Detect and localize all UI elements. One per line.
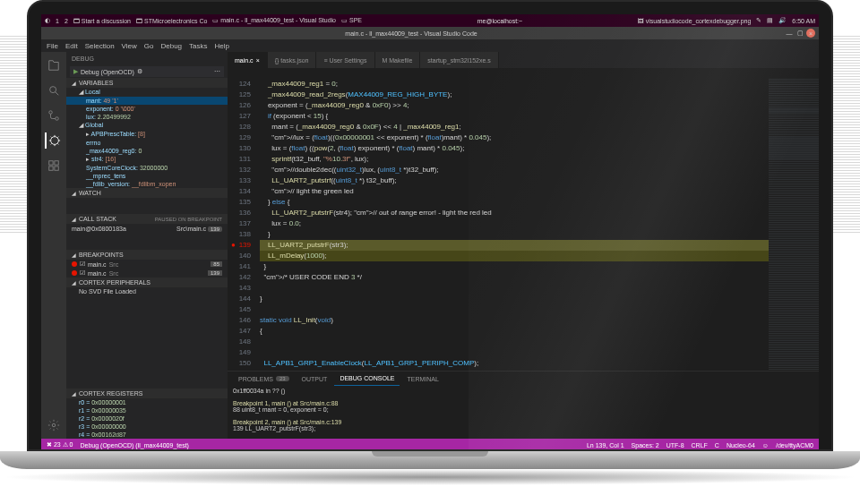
search-icon[interactable]	[46, 82, 62, 98]
var-row[interactable]: __mprec_tens	[66, 172, 228, 180]
browser-tab[interactable]: 🗖 Start a discussion	[73, 18, 131, 24]
menu-bar: FileEditSelectionViewGoDebugTasksHelp	[41, 39, 819, 52]
panel-tab-problems[interactable]: PROBLEMS23	[233, 372, 295, 386]
spe-app[interactable]: ▭ SPE	[341, 17, 362, 24]
breakpoint-row[interactable]: ☑ main.c Src85	[66, 260, 228, 269]
svg-point-3	[51, 137, 59, 145]
menu-tasks[interactable]: Tasks	[189, 42, 207, 50]
debug-console[interactable]: 0x1ff0034a in ?? () Breakpoint 1, main (…	[228, 386, 819, 439]
scope-local[interactable]: ◢ Local	[66, 88, 228, 97]
section-cortex-periph[interactable]: ◢CORTEX PERIPHERALS	[66, 278, 228, 287]
var-row[interactable]: mant: 49 '1'	[66, 97, 228, 105]
section-cortex-reg[interactable]: ◢CORTEX REGISTERS	[66, 389, 228, 398]
settings-icon[interactable]	[46, 417, 62, 433]
status-item[interactable]: C	[715, 442, 719, 448]
editor-tabs: main.c ×{} tasks.json≡ User SettingsM Ma…	[228, 52, 819, 68]
svg-point-8	[52, 423, 56, 427]
section-breakpoints[interactable]: ◢BREAKPOINTS	[66, 250, 228, 260]
code-area[interactable]: _max44009_reg1 = 0; _max44009_read_2regs…	[256, 79, 769, 371]
browser-tab[interactable]: 🗖 STMicroelectronics Co	[136, 18, 207, 24]
scm-icon[interactable]	[46, 107, 62, 124]
status-item[interactable]: ☺	[762, 442, 769, 448]
editor-tab[interactable]: main.c ×	[228, 52, 268, 68]
menu-view[interactable]: View	[122, 42, 137, 50]
status-item[interactable]: UTF-8	[666, 442, 684, 448]
clock: 6:50 AM	[792, 18, 815, 24]
status-item[interactable]: Ln 139, Col 1	[587, 442, 624, 448]
laptop-frame: ◐ 1 2 🗖 Start a discussion 🗖 STMicroelec…	[27, 0, 833, 485]
var-row[interactable]: exponent: 0 '\000'	[66, 105, 228, 113]
terminal-title: me@localhost:~	[367, 18, 632, 24]
close-button[interactable]: ×	[806, 29, 815, 38]
menu-edit[interactable]: Edit	[65, 42, 78, 50]
var-row[interactable]: lux: 2.20499992	[66, 113, 228, 121]
editor-tab[interactable]: ≡ User Settings	[316, 52, 374, 68]
section-callstack[interactable]: ◢CALL STACKPAUSED ON BREAKPOINT	[66, 214, 228, 224]
workspace-1[interactable]: 1	[56, 18, 59, 24]
status-item[interactable]: /dev/ttyACM0	[776, 442, 813, 448]
svg-point-2	[56, 117, 59, 121]
var-row[interactable]: SystemCoreClock: 32000000	[66, 164, 228, 172]
close-tab-icon[interactable]: ×	[256, 57, 260, 64]
editor-tab[interactable]: startup_stm32l152xe.s	[420, 52, 498, 68]
vscode-task[interactable]: ▭ main.c - ll_max44009_test - Visual Stu…	[212, 17, 336, 24]
section-variables[interactable]: ◢VARIABLES	[66, 78, 228, 88]
start-debug-button[interactable]: ▶	[73, 68, 78, 75]
section-watch[interactable]: ◢WATCH	[66, 188, 228, 198]
register-row[interactable]: r1 = 0x00000035	[66, 406, 228, 414]
debug-config-select[interactable]: Debug (OpenOCD)	[81, 69, 134, 75]
var-row[interactable]: ▸ APBPrescTable: [8]	[66, 130, 228, 139]
var-row[interactable]: _max44009_reg0: 0	[66, 147, 228, 155]
status-debug[interactable]: Debug (OpenOCD) (ll_max44009_test)	[81, 442, 189, 448]
menu-file[interactable]: File	[47, 42, 58, 50]
ubuntu-icon[interactable]: ◐	[45, 17, 50, 24]
status-bar: ✖ 23 ⚠ 0 Debug (OpenOCD) (ll_max44009_te…	[41, 439, 819, 449]
scope-global[interactable]: ◢ Global	[66, 121, 228, 130]
register-row[interactable]: r3 = 0x00000000	[66, 423, 228, 431]
status-item[interactable]: Nucleo-64	[727, 442, 755, 448]
menu-help[interactable]: Help	[215, 42, 229, 50]
svg-rect-7	[55, 167, 58, 170]
maximize-button[interactable]: ▢	[796, 29, 804, 38]
workspace-2[interactable]: 2	[64, 18, 68, 24]
panel-tab-debug-console[interactable]: DEBUG CONSOLE	[334, 372, 400, 386]
status-item[interactable]: CRLF	[692, 442, 708, 448]
status-item[interactable]: Spaces: 2	[632, 442, 659, 448]
panel-tab-terminal[interactable]: TERMINAL	[401, 372, 443, 386]
editor-area: main.c ×{} tasks.json≡ User SettingsM Ma…	[228, 52, 819, 439]
minimize-button[interactable]: —	[785, 29, 794, 38]
extensions-icon[interactable]	[46, 158, 62, 174]
laptop-base	[0, 451, 860, 469]
debug-icon[interactable]	[45, 132, 61, 149]
svg-rect-4	[49, 161, 53, 165]
status-problems[interactable]: ✖ 23 ⚠ 0	[47, 441, 73, 448]
register-row[interactable]: r0 = 0x00000001	[66, 398, 228, 406]
svg-point-0	[50, 87, 56, 93]
sound-icon[interactable]: 🔊	[778, 17, 787, 24]
var-row[interactable]: __fdlib_version: __fdlibm_xopen	[66, 180, 228, 188]
breadcrumb[interactable]	[228, 68, 819, 79]
var-row[interactable]: errno	[66, 139, 228, 147]
minimap[interactable]	[769, 79, 819, 371]
register-row[interactable]: r4 = 0x00162d87	[66, 431, 228, 439]
callstack-row[interactable]: main@0x0800183aSrc\main.c 139	[66, 224, 228, 234]
editor-tab[interactable]: M Makefile	[375, 52, 421, 68]
wifi-icon[interactable]: ▤	[767, 17, 773, 24]
edit-icon[interactable]: ✎	[756, 17, 761, 24]
activity-bar	[41, 52, 66, 439]
panel-tab-output[interactable]: OUTPUT	[297, 372, 333, 386]
window-title: main.c - ll_max44009_test - Visual Studi…	[41, 30, 781, 37]
editor-tab[interactable]: {} tasks.json	[268, 52, 317, 68]
window-titlebar: main.c - ll_max44009_test - Visual Studi…	[41, 27, 819, 39]
var-row[interactable]: ▸ str4: [16]	[66, 155, 228, 164]
menu-go[interactable]: Go	[144, 42, 154, 50]
debug-header: DEBUG	[66, 52, 228, 65]
menu-selection[interactable]: Selection	[85, 42, 115, 50]
register-row[interactable]: r2 = 0x0000020f	[66, 414, 228, 423]
menu-debug[interactable]: Debug	[160, 42, 182, 50]
gear-icon[interactable]: ⚙	[137, 68, 142, 75]
explorer-icon[interactable]	[46, 57, 62, 73]
line-gutter[interactable]: 1241251261271281291301311321331341351361…	[228, 79, 256, 371]
breakpoint-row[interactable]: ☑ main.c Src139	[66, 269, 228, 278]
more-icon[interactable]: ⋯	[214, 68, 220, 75]
